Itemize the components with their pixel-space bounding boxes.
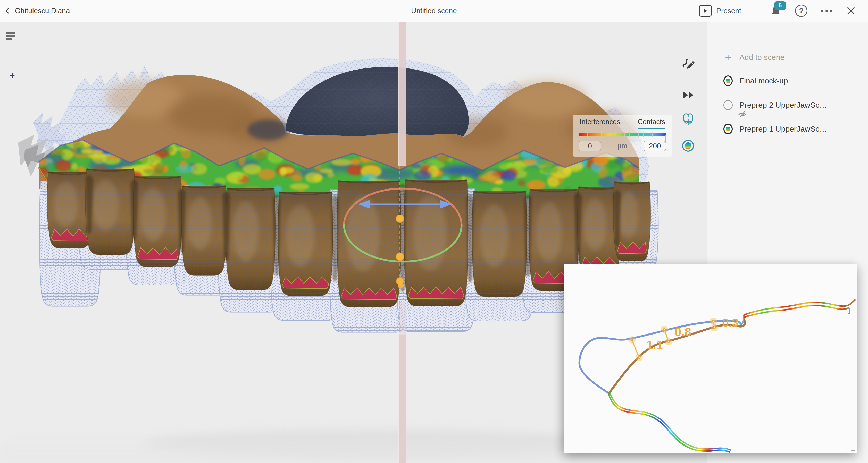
- measurement-3-value: 0.3: [722, 316, 739, 329]
- eye-off-icon: [738, 110, 747, 119]
- contacts-max-input[interactable]: 200: [644, 141, 666, 152]
- contact-colored-segment-top: [742, 300, 855, 324]
- contacts-color-scale: [579, 133, 666, 136]
- topbar: Ghitulescu Diana Untitled scene Present …: [0, 0, 868, 22]
- cross-section-plot: 1.1 0.8 0.3: [564, 264, 857, 453]
- annotate-tool-button[interactable]: [681, 56, 695, 69]
- fast-forward-icon: [681, 88, 695, 102]
- notification-badge: 6: [774, 1, 786, 10]
- visibility-off-button[interactable]: [738, 110, 747, 120]
- scan-radio-selected-icon[interactable]: [723, 76, 733, 86]
- occlusion-sphere-icon: [681, 139, 695, 153]
- back-chevron-icon: [4, 7, 11, 14]
- add-to-scene-button[interactable]: + Add to scene: [708, 51, 868, 64]
- add-step-button[interactable]: +: [8, 71, 17, 80]
- gizmo-handle-3b[interactable]: [398, 282, 404, 289]
- pen-annotate-icon: [681, 56, 695, 69]
- scene-item-final-mockup[interactable]: Final mock-up: [708, 75, 868, 87]
- occlusion-map-tool-button[interactable]: [681, 139, 695, 153]
- gizmo-handle-2[interactable]: [396, 253, 404, 261]
- contacts-min-input[interactable]: 0: [579, 141, 601, 152]
- cross-section-tool-button[interactable]: [681, 112, 695, 126]
- tab-contacts[interactable]: Contacts: [638, 118, 665, 129]
- topbar-divider: [756, 5, 756, 17]
- scan-radio-unselected-icon[interactable]: [723, 100, 733, 110]
- tooth-cross-section-icon: [681, 112, 695, 126]
- more-dots-icon: [821, 10, 832, 12]
- contact-colored-segment-bottom: [609, 392, 732, 453]
- scene-item-preprep-1[interactable]: Preprep 1 UpperJawSc…: [708, 123, 868, 135]
- tab-interferences[interactable]: Interferences: [580, 118, 620, 129]
- patient-name: Ghitulescu Diana: [15, 7, 70, 15]
- measurement-1[interactable]: 1.1: [628, 336, 663, 361]
- present-play-icon: [699, 5, 712, 17]
- play-forward-tool-button[interactable]: [681, 88, 695, 102]
- gizmo-handle-1[interactable]: [396, 215, 404, 223]
- help-icon: ?: [795, 5, 807, 17]
- prep-profile-curve: [579, 321, 742, 393]
- topbar-actions: Present 6 ?: [698, 5, 868, 17]
- measurement-2-value: 0.8: [675, 325, 691, 339]
- viewport-menu-button[interactable]: [6, 32, 17, 40]
- measurement-2[interactable]: 0.8: [661, 325, 691, 345]
- contacts-overlay: Interferences Contacts 0 µm 200: [573, 115, 672, 157]
- more-options-button[interactable]: [821, 10, 832, 12]
- measurement-1-value: 1.1: [646, 338, 663, 352]
- back-button[interactable]: Ghitulescu Diana: [0, 7, 70, 15]
- hamburger-icon: [6, 32, 16, 34]
- present-button[interactable]: Present: [698, 5, 743, 17]
- inset-resize-handle[interactable]: [851, 446, 856, 451]
- scan-radio-selected-icon[interactable]: [723, 124, 733, 134]
- help-button[interactable]: ?: [795, 5, 807, 17]
- close-icon: [846, 6, 856, 16]
- close-button[interactable]: [846, 6, 856, 16]
- plus-icon: +: [723, 53, 733, 62]
- notifications-button[interactable]: 6: [770, 5, 782, 17]
- cross-section-inset[interactable]: 1.1 0.8 0.3: [564, 264, 857, 453]
- scene-item-preprep-2[interactable]: Preprep 2 UpperJawSc…: [708, 99, 868, 111]
- measurement-3[interactable]: 0.3: [710, 316, 739, 331]
- app-window: Ghitulescu Diana Untitled scene Present …: [0, 0, 868, 463]
- contacts-unit-label: µm: [618, 142, 627, 150]
